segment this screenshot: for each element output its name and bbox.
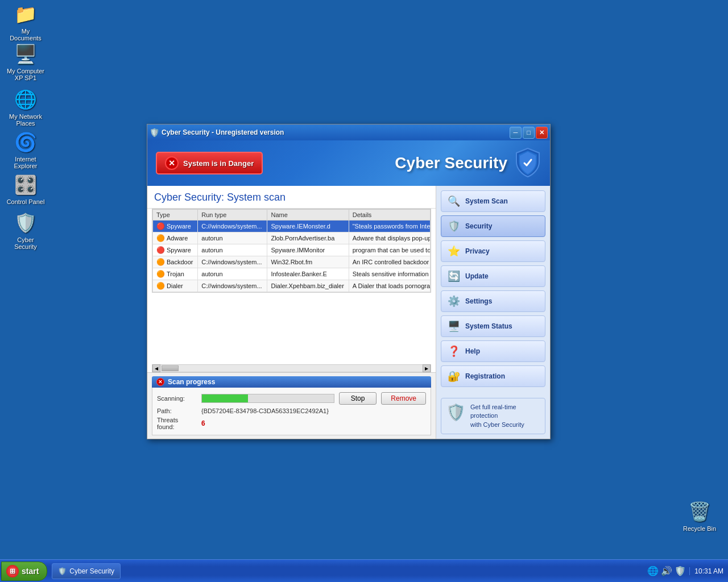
- nav-update[interactable]: 🔄 Update: [441, 265, 545, 287]
- system-status-icon: 🖥️: [447, 319, 461, 333]
- desktop-icon-control-panel[interactable]: 🎛️ Control Panel: [6, 173, 46, 205]
- tray-icons: 🌐 🔊 🛡️: [647, 566, 686, 576]
- table-row[interactable]: 🟠Trojan autorun Infostealer.Banker.E Ste…: [153, 268, 431, 280]
- scan-progress-header: ✕ Scan progress: [152, 376, 431, 388]
- desktop-icon-my-computer[interactable]: 🖥️ My Computer XP SP1: [6, 43, 46, 81]
- desktop-icon-cyber-security[interactable]: 🛡️ Cyber Security: [6, 211, 46, 250]
- tray-volume-icon: 🔊: [661, 566, 672, 576]
- table-row[interactable]: 🔴Spyware autorun Spyware.IMMonitor progr…: [153, 244, 431, 256]
- path-label: Path:: [157, 408, 197, 414]
- cyber-security-window: 🛡️ Cyber Security - Unregistered version…: [147, 124, 551, 439]
- privacy-icon: ⭐: [447, 244, 461, 258]
- internet-explorer-label: Internet Explorer: [14, 156, 38, 169]
- path-row: Path: {BD57204E-834798-C3DA563319EC2492A…: [157, 408, 426, 414]
- app-header: ✕ System is in Danger Cyber Security: [147, 140, 550, 186]
- col-details: Details: [349, 210, 430, 221]
- desktop-icon-recycle-bin[interactable]: 🗑️ Recycle Bin: [680, 500, 719, 532]
- registration-label: Registration: [465, 372, 505, 380]
- scroll-thumb[interactable]: [162, 365, 179, 371]
- privacy-label: Privacy: [465, 247, 490, 255]
- scan-progress-icon: ✕: [156, 378, 164, 386]
- windows-logo: ⊞: [6, 565, 19, 577]
- col-type: Type: [153, 210, 198, 221]
- close-button[interactable]: ✕: [536, 127, 548, 139]
- app-shield-icon: [514, 147, 541, 179]
- security-label: Security: [465, 222, 492, 230]
- threats-row: Threats found: 6: [157, 417, 426, 430]
- scroll-right-arrow[interactable]: ▶: [423, 364, 431, 372]
- promo-text: Get full real-time protection with Cyber…: [470, 403, 524, 429]
- col-name: Name: [267, 210, 349, 221]
- nav-security[interactable]: 🛡️ Security: [441, 215, 545, 237]
- update-icon: 🔄: [447, 269, 461, 283]
- network-places-icon: 🌐: [14, 88, 37, 111]
- scanning-label: Scanning:: [157, 395, 197, 402]
- window-title-icon: 🛡️: [150, 128, 159, 137]
- scan-progress-body: Scanning: Stop Remove Path: {BD57204E-83…: [152, 388, 431, 435]
- my-documents-label: My Documents: [6, 28, 46, 41]
- nav-system-status[interactable]: 🖥️ System Status: [441, 315, 545, 337]
- nav-registration[interactable]: 🔐 Registration: [441, 365, 545, 387]
- progress-bar: [201, 394, 334, 403]
- progress-bar-fill: [202, 394, 248, 402]
- cyber-security-desktop-icon: 🛡️: [14, 211, 37, 234]
- my-documents-icon: 📁: [14, 3, 37, 26]
- nav-system-scan[interactable]: 🔍 System Scan: [441, 190, 545, 212]
- nav-settings[interactable]: ⚙️ Settings: [441, 290, 545, 312]
- remove-button[interactable]: Remove: [381, 392, 426, 405]
- threats-label: Threats found:: [157, 417, 197, 430]
- table-row[interactable]: 🟠Adware autorun Zlob.PornAdvertiser.ba A…: [153, 232, 431, 244]
- desktop-icon-my-documents[interactable]: 📁 My Documents: [6, 3, 46, 41]
- taskbar: ⊞ start 🛡️ Cyber Security 🌐 🔊 🛡️ 10:31 A…: [0, 559, 728, 582]
- promo-box: 🛡️ Get full real-time protection with Cy…: [441, 398, 545, 434]
- recycle-bin-label: Recycle Bin: [683, 525, 716, 532]
- my-computer-icon: 🖥️: [14, 43, 37, 65]
- horizontal-scrollbar[interactable]: ◀ ▶: [152, 364, 431, 372]
- settings-icon: ⚙️: [447, 294, 461, 308]
- start-button[interactable]: ⊞ start: [1, 562, 47, 581]
- scan-table-wrapper: Type Run type Name Details 🔴Spyware C://…: [147, 209, 436, 364]
- app-title-area: Cyber Security: [395, 147, 541, 179]
- table-row[interactable]: 🟠Dialer C://windows/system... Dialer.Xpe…: [153, 280, 431, 292]
- nav-privacy[interactable]: ⭐ Privacy: [441, 240, 545, 262]
- help-label: Help: [465, 347, 480, 355]
- promo-line1: Get full real-time: [470, 404, 516, 410]
- window-title: Cyber Security - Unregistered version: [162, 128, 510, 136]
- maximize-button[interactable]: □: [523, 127, 535, 139]
- scan-title: Cyber Security: System scan: [147, 186, 436, 209]
- tray-security-alert-icon: 🛡️: [675, 566, 686, 576]
- danger-button[interactable]: ✕ System is in Danger: [156, 152, 263, 174]
- minimize-button[interactable]: ─: [510, 127, 522, 139]
- control-panel-label: Control Panel: [7, 198, 45, 205]
- scanning-row: Scanning: Stop Remove: [157, 392, 426, 405]
- scan-buttons: Stop Remove: [339, 392, 426, 405]
- scroll-area: Type Run type Name Details 🔴Spyware C://…: [152, 209, 431, 293]
- scroll-track[interactable]: [160, 365, 423, 372]
- tray-network-icon: 🌐: [647, 566, 659, 576]
- taskbar-cyber-security[interactable]: 🛡️ Cyber Security: [52, 563, 121, 579]
- content-left: Cyber Security: System scan Type Run typ…: [147, 186, 436, 439]
- threats-value: 6: [201, 419, 205, 427]
- help-icon: ❓: [447, 344, 461, 358]
- promo-line2: protection: [470, 412, 498, 419]
- nav-help[interactable]: ❓ Help: [441, 340, 545, 362]
- network-places-label: My Network Places: [9, 113, 42, 127]
- table-row[interactable]: 🟠Backdoor C://windows/system... Win32.Rb…: [153, 256, 431, 268]
- cyber-security-desktop-label: Cyber Security: [6, 236, 46, 250]
- path-value: {BD57204E-834798-C3DA563319EC2492A1}: [201, 408, 329, 414]
- scroll-left-arrow[interactable]: ◀: [152, 364, 160, 372]
- desktop-icon-network-places[interactable]: 🌐 My Network Places: [6, 88, 46, 127]
- stop-button[interactable]: Stop: [339, 392, 377, 405]
- taskbar-tray: 🌐 🔊 🛡️ 10:31 AM: [647, 566, 728, 576]
- col-run-type: Run type: [198, 210, 267, 221]
- danger-text: System is in Danger: [183, 159, 254, 168]
- registration-icon: 🔐: [447, 369, 461, 383]
- taskbar-item-label: Cyber Security: [69, 567, 114, 575]
- desktop-icon-internet-explorer[interactable]: 🌀 Internet Explorer: [6, 131, 46, 169]
- security-icon: 🛡️: [447, 219, 461, 233]
- settings-label: Settings: [465, 297, 492, 305]
- danger-icon: ✕: [165, 156, 179, 170]
- table-row[interactable]: 🔴Spyware C://windows/system... Spyware.I…: [153, 221, 431, 232]
- internet-explorer-icon: 🌀: [14, 131, 37, 153]
- update-label: Update: [465, 272, 489, 280]
